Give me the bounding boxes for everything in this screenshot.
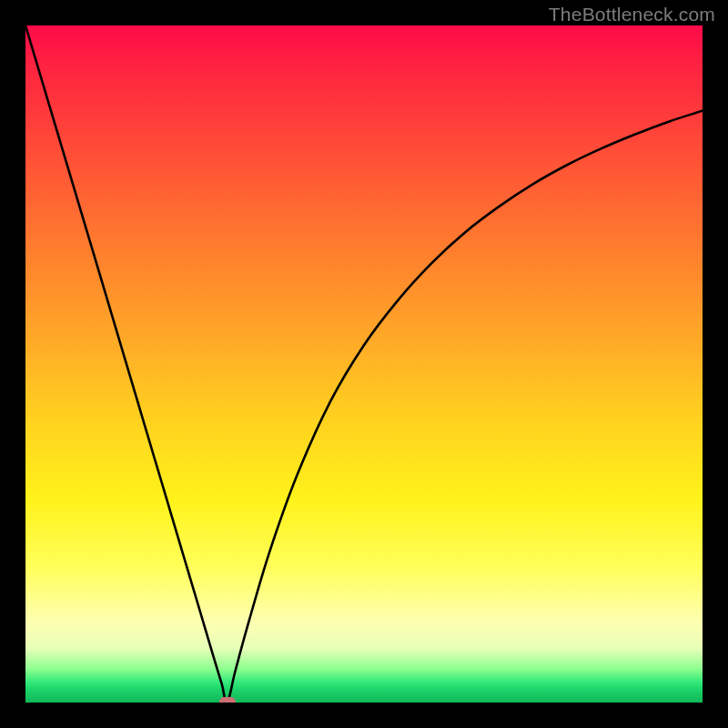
plot-area [25,25,703,703]
min-marker [219,697,236,703]
watermark-text: TheBottleneck.com [549,4,715,25]
chart-frame: TheBottleneck.com [0,0,728,728]
bottleneck-curve [25,25,703,703]
curve-layer [25,25,703,703]
